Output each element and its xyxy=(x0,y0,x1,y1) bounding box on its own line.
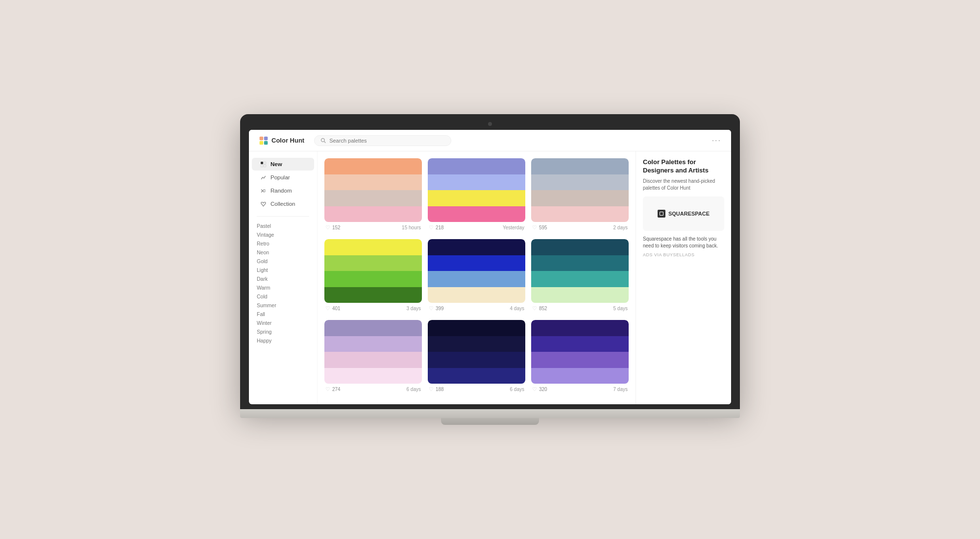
random-icon xyxy=(260,187,267,194)
svg-rect-7 xyxy=(264,162,266,164)
more-button[interactable]: ··· xyxy=(712,136,721,145)
palette-card[interactable]: ♡1886 days xyxy=(428,320,525,395)
heart-icon: ♡ xyxy=(532,224,537,231)
sidebar-item-label: New xyxy=(270,161,282,167)
palette-time: 4 days xyxy=(510,306,524,311)
app-logo[interactable]: Color Hunt xyxy=(259,136,304,146)
sidebar-tag-cold[interactable]: Cold xyxy=(249,292,317,301)
palette-card[interactable]: ♡4013 days xyxy=(324,239,422,314)
sidebar-tag-gold[interactable]: Gold xyxy=(249,257,317,266)
like-count: 852 xyxy=(539,306,547,311)
sidebar-item-collection[interactable]: Collection xyxy=(252,197,314,210)
palettes-grid: ♡15215 hours♡218Yesterday♡5952 days♡4013… xyxy=(324,158,629,395)
palette-likes: ♡320 xyxy=(532,386,547,392)
color-swatch xyxy=(531,239,629,255)
sidebar-tag-winter[interactable]: Winter xyxy=(249,318,317,327)
color-swatch xyxy=(324,368,422,384)
svg-point-4 xyxy=(321,138,325,142)
sidebar-tag-pastel[interactable]: Pastel xyxy=(249,221,317,230)
color-swatch xyxy=(531,352,629,368)
sidebar-tag-light[interactable]: Light xyxy=(249,266,317,274)
squarespace-icon xyxy=(658,210,665,218)
like-count: 320 xyxy=(539,387,547,392)
sidebar-main-items: NewPopularRandomCollection xyxy=(249,158,317,210)
search-bar[interactable] xyxy=(314,135,451,146)
color-swatch xyxy=(324,320,422,336)
squarespace-logo: SQUARESPACE xyxy=(658,210,710,218)
logo-icon xyxy=(259,136,269,146)
sidebar: NewPopularRandomCollection PastelVintage… xyxy=(249,151,318,404)
sidebar-tag-vintage[interactable]: Vintage xyxy=(249,230,317,239)
palette-card[interactable]: ♡5952 days xyxy=(531,158,629,233)
palette-card[interactable]: ♡3207 days xyxy=(531,320,629,395)
color-swatch xyxy=(428,368,525,384)
sidebar-item-new[interactable]: New xyxy=(252,158,314,171)
promo-desc: Discover the newest hand-picked palettes… xyxy=(643,178,724,192)
palette-time: Yesterday xyxy=(503,225,524,230)
color-swatch xyxy=(324,336,422,352)
sidebar-item-label: Random xyxy=(270,188,292,194)
ad-brand-label: SQUARESPACE xyxy=(668,211,710,217)
color-swatch xyxy=(531,320,629,336)
svg-rect-8 xyxy=(261,165,263,167)
sidebar-tag-warm[interactable]: Warm xyxy=(249,283,317,292)
palette-time: 15 hours xyxy=(402,225,421,230)
color-swatch xyxy=(324,287,422,303)
heart-icon: ♡ xyxy=(429,305,434,312)
color-swatch xyxy=(428,352,525,368)
main-content: ♡15215 hours♡218Yesterday♡5952 days♡4013… xyxy=(318,151,636,404)
sidebar-item-random[interactable]: Random xyxy=(252,184,314,197)
color-swatch xyxy=(428,287,525,303)
color-swatch xyxy=(531,336,629,352)
palette-meta: ♡4013 days xyxy=(324,303,422,314)
heart-icon: ♡ xyxy=(429,386,434,392)
palette-likes: ♡852 xyxy=(532,305,547,312)
palette-card[interactable]: ♡218Yesterday xyxy=(428,158,525,233)
app-header: Color Hunt ··· xyxy=(249,130,731,151)
heart-icon: ♡ xyxy=(325,386,330,392)
color-swatch xyxy=(428,206,525,222)
sidebar-tag-spring[interactable]: Spring xyxy=(249,327,317,336)
popular-icon xyxy=(260,174,267,181)
palette-time: 6 days xyxy=(407,387,421,392)
ad-box[interactable]: SQUARESPACE xyxy=(643,196,724,231)
palette-meta: ♡2746 days xyxy=(324,384,422,395)
palette-likes: ♡399 xyxy=(429,305,444,312)
sidebar-tag-fall[interactable]: Fall xyxy=(249,310,317,318)
search-icon xyxy=(320,138,326,144)
sidebar-item-popular[interactable]: Popular xyxy=(252,171,314,184)
sidebar-tag-retro[interactable]: Retro xyxy=(249,239,317,248)
palette-time: 2 days xyxy=(613,225,628,230)
color-swatch xyxy=(428,336,525,352)
palette-likes: ♡152 xyxy=(325,224,341,231)
svg-rect-2 xyxy=(260,141,264,145)
heart-icon: ♡ xyxy=(325,305,330,312)
screen-bezel: Color Hunt ··· NewPopu xyxy=(240,114,740,409)
palette-likes: ♡401 xyxy=(325,305,341,312)
palette-likes: ♡188 xyxy=(429,386,444,392)
color-swatch xyxy=(324,352,422,368)
color-swatch xyxy=(324,190,422,206)
like-count: 152 xyxy=(332,225,341,230)
heart-icon: ♡ xyxy=(325,224,330,231)
color-swatch xyxy=(531,206,629,222)
palette-card[interactable]: ♡8525 days xyxy=(531,239,629,314)
color-swatch xyxy=(324,271,422,287)
like-count: 399 xyxy=(436,306,444,311)
like-count: 595 xyxy=(539,225,547,230)
color-swatch xyxy=(324,255,422,271)
palette-card[interactable]: ♡2746 days xyxy=(324,320,422,395)
new-icon xyxy=(260,161,267,168)
sidebar-tag-summer[interactable]: Summer xyxy=(249,301,317,310)
collection-icon xyxy=(260,200,267,207)
palette-card[interactable]: ♡3994 days xyxy=(428,239,525,314)
heart-icon: ♡ xyxy=(429,224,434,231)
sidebar-tag-dark[interactable]: Dark xyxy=(249,274,317,283)
svg-rect-6 xyxy=(261,162,263,164)
sidebar-tag-happy[interactable]: Happy xyxy=(249,336,317,345)
sidebar-tag-neon[interactable]: Neon xyxy=(249,248,317,257)
search-input[interactable] xyxy=(329,138,445,144)
palette-card[interactable]: ♡15215 hours xyxy=(324,158,422,233)
camera xyxy=(488,122,492,126)
sidebar-tags: PastelVintageRetroNeonGoldLightDarkWarmC… xyxy=(249,220,317,347)
